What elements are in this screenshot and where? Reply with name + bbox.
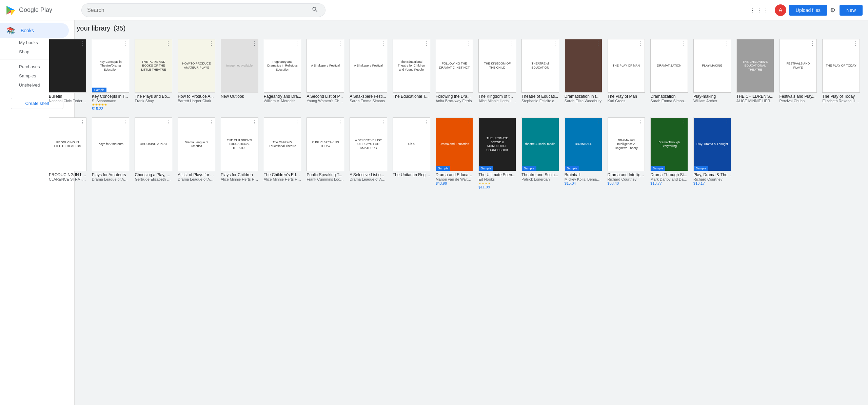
sample-badge: Sample	[651, 166, 665, 171]
book-menu-button[interactable]: ⋮	[466, 40, 472, 47]
book-item[interactable]: A Shakspere Festival⋮A Shakspere Festi..…	[350, 39, 387, 112]
book-cover: FESTIVALS AND PLAYS	[780, 39, 817, 93]
book-item[interactable]: THE PLAYS AND BOOKS OF THE LITTLE THEATR…	[135, 39, 172, 112]
book-item[interactable]: PUBLIC SPEAKING TODAY⋮Public Speaking T.…	[307, 117, 344, 190]
book-menu-button[interactable]: ⋮	[724, 119, 730, 125]
book-cover: SampleTHE ULTIMATE SCENE & MONOLOGUE SOU…	[478, 117, 516, 171]
book-title: Dramatization	[650, 94, 688, 99]
book-menu-button[interactable]: ⋮	[252, 40, 257, 47]
book-item[interactable]: image not available⋮New Outlook	[221, 39, 258, 112]
search-input[interactable]	[87, 7, 310, 13]
book-menu-button[interactable]: ⋮	[380, 40, 386, 47]
book-cover: Plays for Amateurs	[92, 117, 130, 171]
book-menu-button[interactable]: ⋮	[80, 119, 85, 125]
book-item[interactable]: SamplePlay, Drama & Thought⋮Play, Drama …	[693, 117, 731, 190]
book-item[interactable]: The Children's Educational Theatre⋮The C…	[264, 117, 301, 190]
book-item[interactable]: ⋮Dramatization in t...Sarah Eliza Woodbu…	[565, 39, 602, 112]
book-title: Theatre and Socia...	[521, 172, 559, 177]
book-item[interactable]: THE CHILDREN'S EDUCATIONAL THEATRE⋮THE C…	[736, 39, 774, 112]
book-cover: Pageantry and Dramatics in Religious Edu…	[264, 39, 301, 93]
book-menu-button[interactable]: ⋮	[423, 119, 429, 125]
book-item[interactable]: THE KINGDOM OF THE CHILD⋮The Kingdom of …	[478, 39, 516, 112]
avatar[interactable]: A	[775, 4, 786, 16]
book-item[interactable]: THEATRE of EDUCATION⋮Theatre of Educati.…	[521, 39, 559, 112]
book-menu-button[interactable]: ⋮	[638, 119, 644, 125]
search-button[interactable]	[310, 5, 320, 15]
book-menu-button[interactable]: ⋮	[294, 40, 300, 47]
book-author: Alice Minnie Herts Hen...	[221, 177, 258, 181]
book-price: $15.04	[565, 181, 602, 185]
book-item[interactable]: DRAMATIZATION⋮DramatizationSarah Emma Si…	[650, 39, 688, 112]
book-cover: DRAMA and Intelligence A Cognitive Theor…	[608, 117, 645, 171]
book-title: The Educational T...	[393, 94, 430, 99]
book-item[interactable]: SampleBRAINBALL⋮BrainballMickey Kolis, B…	[565, 117, 602, 190]
book-menu-button[interactable]: ⋮	[853, 40, 859, 47]
book-menu-button[interactable]: ⋮	[252, 119, 257, 125]
book-menu-button[interactable]: ⋮	[165, 119, 171, 125]
book-menu-button[interactable]: ⋮	[767, 40, 773, 47]
book-item[interactable]: THE CHILDREN'S EDUCATIONAL THEATRE⋮Plays…	[221, 117, 258, 190]
book-item[interactable]: DRAMA and Intelligence A Cognitive Theor…	[608, 117, 645, 190]
book-item[interactable]: FESTIVALS AND PLAYS⋮Festivals and Play..…	[780, 39, 817, 112]
book-menu-button[interactable]: ⋮	[810, 40, 815, 47]
book-menu-button[interactable]: ⋮	[595, 40, 601, 47]
upload-files-button[interactable]: Upload files	[789, 5, 827, 16]
book-menu-button[interactable]: ⋮	[552, 40, 558, 47]
book-item[interactable]: FOLLOWING THE DRAMATIC INSTINCT⋮Followin…	[436, 39, 473, 112]
book-item[interactable]: PLAY-MAKING⋮Play-makingWilliam Archer	[693, 39, 731, 112]
book-item[interactable]: HOW TO PRODUCE AMATEUR PLAYS⋮How to Prod…	[178, 39, 215, 112]
book-author: Young Women's Christi...	[307, 99, 344, 103]
book-item[interactable]: Ch n⋮The Unitarian Regi...	[393, 117, 430, 190]
book-cover: PLAY-MAKING	[693, 39, 731, 93]
book-menu-button[interactable]: ⋮	[165, 40, 171, 47]
book-item[interactable]: SampleTHE ULTIMATE SCENE & MONOLOGUE SOU…	[478, 117, 516, 190]
book-item[interactable]: THE PLAY OF MAN⋮The Play of ManKarl Groo…	[608, 39, 645, 112]
book-menu-button[interactable]: ⋮	[294, 119, 300, 125]
book-cover: THE CHILDREN'S EDUCATIONAL THEATRE	[736, 39, 774, 93]
book-menu-button[interactable]: ⋮	[595, 119, 601, 125]
book-menu-button[interactable]: ⋮	[724, 40, 730, 47]
book-menu-button[interactable]: ⋮	[122, 40, 128, 47]
book-menu-button[interactable]: ⋮	[209, 119, 214, 125]
book-menu-button[interactable]: ⋮	[122, 119, 128, 125]
book-item[interactable]: A SELECTIVE LIST OF PLAYS FOR AMATEURS⋮A…	[350, 117, 387, 190]
book-item[interactable]: SampleDrama and Education⋮Drama and Educ…	[436, 117, 473, 190]
book-item[interactable]: Pageantry and Dramatics in Religious Edu…	[264, 39, 301, 112]
book-menu-button[interactable]: ⋮	[337, 40, 343, 47]
book-menu-button[interactable]: ⋮	[80, 40, 85, 47]
book-item[interactable]: Sampletheatre & social media⋮Theatre and…	[521, 117, 559, 190]
book-author: Ed Hooks	[478, 177, 516, 181]
book-author: Frank Shay	[135, 99, 172, 103]
book-menu-button[interactable]: ⋮	[466, 119, 472, 125]
book-item[interactable]: CHOOSING A PLAY⋮Choosing a Play, R...Ger…	[135, 117, 172, 190]
book-item[interactable]: SampleKey Concepts in Theatre/Drama Educ…	[92, 39, 130, 112]
book-menu-button[interactable]: ⋮	[509, 119, 515, 125]
shop-label: Shop	[19, 49, 29, 54]
book-item[interactable]: PRODUCING IN LITTLE THEATERS⋮PRODUCING I…	[49, 117, 86, 190]
book-menu-button[interactable]: ⋮	[209, 40, 214, 47]
apps-icon[interactable]: ⋮⋮⋮	[749, 6, 769, 14]
sidebar-item-books[interactable]: 📚 Books	[0, 23, 69, 38]
book-item[interactable]: THE PLAY OF TODAY⋮The Play of TodayEliza…	[822, 39, 860, 112]
book-item[interactable]: ⋮BulletinNational Civic Federat...	[49, 39, 86, 112]
book-author: Sarah Eliza Woodbury	[565, 99, 602, 103]
book-menu-button[interactable]: ⋮	[380, 119, 386, 125]
book-item[interactable]: SampleDrama Through Storytelling⋮Drama T…	[650, 117, 688, 190]
book-menu-button[interactable]: ⋮	[423, 40, 429, 47]
book-item[interactable]: Plays for Amateurs⋮Plays for AmateursDra…	[92, 117, 130, 190]
book-menu-button[interactable]: ⋮	[552, 119, 558, 125]
book-menu-button[interactable]: ⋮	[337, 119, 343, 125]
book-item[interactable]: Drama League of America⋮A List of Plays …	[178, 117, 215, 190]
new-button[interactable]: New	[840, 5, 863, 16]
logo[interactable]: Google Play	[5, 5, 73, 16]
book-menu-button[interactable]: ⋮	[509, 40, 515, 47]
book-item[interactable]: A Shakspere Festival⋮A Second List of P.…	[307, 39, 344, 112]
gear-icon[interactable]: ⚙	[830, 6, 835, 14]
book-item[interactable]: The Educational Theatre for Children and…	[393, 39, 430, 112]
book-menu-button[interactable]: ⋮	[681, 40, 687, 47]
book-menu-button[interactable]: ⋮	[681, 119, 687, 125]
book-author: Richard Courtney	[608, 177, 645, 181]
search-bar[interactable]	[81, 3, 326, 17]
book-menu-button[interactable]: ⋮	[638, 40, 644, 47]
book-rating: ★★★★★	[92, 103, 130, 107]
